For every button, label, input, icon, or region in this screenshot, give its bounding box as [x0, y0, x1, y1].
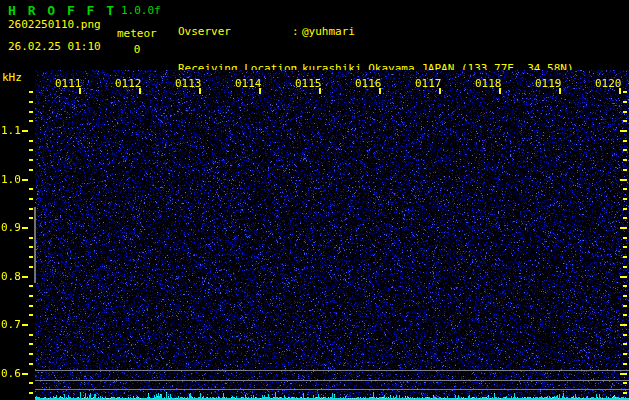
y-minor-tick-right	[623, 343, 627, 345]
y-minor-tick	[29, 295, 33, 297]
y-minor-tick	[29, 353, 33, 355]
y-minor-tick-right	[623, 140, 627, 142]
y-minor-tick	[29, 256, 33, 258]
y-minor-tick	[29, 198, 33, 200]
y-minor-tick-right	[623, 91, 627, 93]
meteor-counter-label: meteor	[117, 28, 157, 40]
x-tick-label: 0117	[415, 78, 442, 90]
y-tick-label: 0.6	[1, 368, 21, 380]
y-minor-tick	[29, 266, 33, 268]
y-minor-tick	[29, 382, 33, 384]
y-minor-tick	[29, 208, 33, 210]
vertical-marker-line	[34, 207, 36, 283]
x-tick-label: 0112	[115, 78, 142, 90]
y-major-tick-right	[620, 373, 627, 375]
y-minor-tick-right	[623, 120, 627, 122]
y-major-tick	[22, 324, 28, 326]
x-tick	[199, 88, 201, 94]
y-major-tick-right	[620, 324, 627, 326]
y-minor-tick-right	[623, 208, 627, 210]
y-minor-tick	[29, 149, 33, 151]
y-minor-tick	[29, 101, 33, 103]
y-major-tick	[22, 276, 28, 278]
y-minor-tick	[29, 237, 33, 239]
y-major-tick-right	[620, 276, 627, 278]
y-minor-tick-right	[623, 111, 627, 113]
y-minor-tick-right	[623, 334, 627, 336]
y-tick-label: 1.0	[1, 174, 21, 186]
info-label: Ovserver	[178, 26, 292, 38]
x-tick	[379, 88, 381, 94]
y-minor-tick-right	[623, 169, 627, 171]
y-minor-tick-right	[623, 353, 627, 355]
app-title: H R O F F T	[8, 3, 116, 18]
y-minor-tick-right	[623, 295, 627, 297]
y-minor-tick	[29, 217, 33, 219]
hrofft-window: H R O F F T 1.0.0f 2602250110.png meteor…	[0, 0, 629, 400]
meteor-counter-value: 0	[117, 44, 157, 56]
x-tick	[319, 88, 321, 94]
carrier-line	[35, 380, 629, 381]
spectrogram-canvas	[35, 70, 629, 400]
y-tick-label: 1.1	[1, 125, 21, 137]
y-tick-label: 0.7	[1, 319, 21, 331]
x-tick	[259, 88, 261, 94]
y-minor-tick	[29, 305, 33, 307]
y-minor-tick	[29, 188, 33, 190]
y-minor-tick-right	[623, 392, 627, 394]
y-minor-tick-right	[623, 159, 627, 161]
y-minor-tick-right	[623, 256, 627, 258]
y-major-tick-right	[620, 130, 627, 132]
x-tick	[619, 88, 621, 94]
carrier-line	[35, 389, 629, 390]
x-tick-label: 0120	[595, 78, 622, 90]
x-tick	[559, 88, 561, 94]
app-version: 1.0.0f	[121, 5, 161, 17]
info-row-observer: Ovserver:@yuhmari	[178, 26, 574, 39]
y-minor-tick	[29, 334, 33, 336]
x-tick-label: 0116	[355, 78, 382, 90]
y-minor-tick-right	[623, 237, 627, 239]
x-tick-label: 0119	[535, 78, 562, 90]
y-minor-tick	[29, 140, 33, 142]
x-tick-label: 0113	[175, 78, 202, 90]
x-tick	[139, 88, 141, 94]
output-filename: 2602250110.png	[8, 19, 101, 31]
y-major-tick-right	[620, 179, 627, 181]
y-minor-tick	[29, 111, 33, 113]
y-minor-tick	[29, 91, 33, 93]
x-tick	[439, 88, 441, 94]
carrier-line	[35, 370, 629, 371]
y-minor-tick-right	[623, 266, 627, 268]
x-tick-label: 0115	[295, 78, 322, 90]
y-minor-tick-right	[623, 246, 627, 248]
x-tick-label: 0114	[235, 78, 262, 90]
y-major-tick	[22, 227, 28, 229]
y-minor-tick	[29, 120, 33, 122]
y-minor-tick-right	[623, 217, 627, 219]
y-minor-tick	[29, 343, 33, 345]
y-minor-tick	[29, 246, 33, 248]
y-minor-tick	[29, 285, 33, 287]
y-minor-tick-right	[623, 382, 627, 384]
y-minor-tick	[29, 314, 33, 316]
y-minor-tick-right	[623, 198, 627, 200]
y-minor-tick-right	[623, 101, 627, 103]
y-minor-tick	[29, 392, 33, 394]
y-minor-tick	[29, 159, 33, 161]
y-tick-label: 0.9	[1, 222, 21, 234]
y-minor-tick-right	[623, 314, 627, 316]
y-axis-unit-label: kHz	[2, 72, 22, 84]
info-separator: :	[292, 26, 302, 38]
y-minor-tick-right	[623, 149, 627, 151]
x-tick	[499, 88, 501, 94]
y-minor-tick-right	[623, 305, 627, 307]
info-value: @yuhmari	[302, 25, 355, 38]
y-major-tick	[22, 130, 28, 132]
y-major-tick	[22, 373, 28, 375]
x-tick	[79, 88, 81, 94]
x-tick-label: 0118	[475, 78, 502, 90]
y-minor-tick-right	[623, 363, 627, 365]
y-tick-label: 0.8	[1, 271, 21, 283]
y-major-tick	[22, 179, 28, 181]
